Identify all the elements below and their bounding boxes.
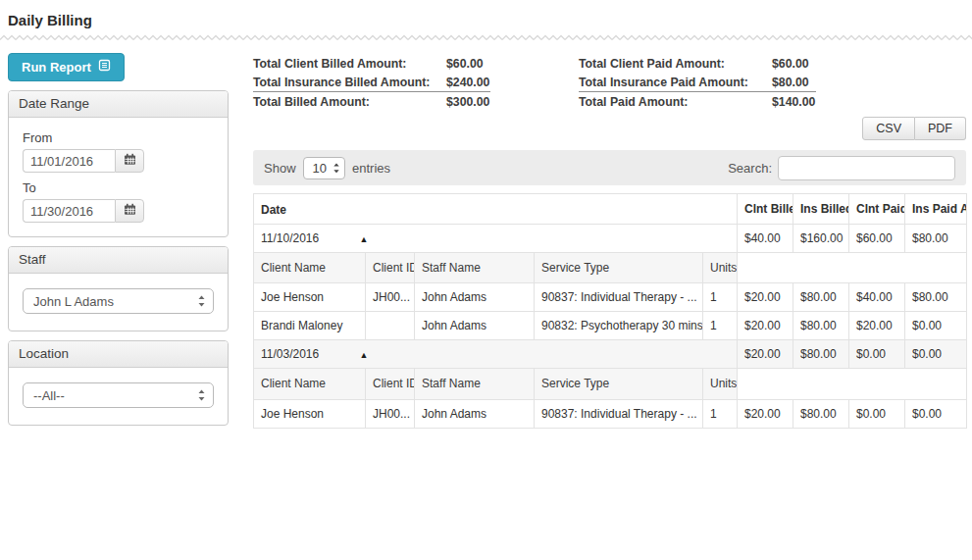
- cell-amount: $80.00: [793, 283, 849, 312]
- from-calendar-button[interactable]: [115, 149, 144, 173]
- summary-label: Total Client Billed Amount:: [253, 55, 446, 73]
- sub-header-row: Client Name Client ID Number Staff Name …: [254, 369, 967, 399]
- summary-value: $140.00: [772, 93, 815, 111]
- group-date: 11/03/2016: [261, 347, 319, 361]
- location-panel: Location --All--: [8, 340, 229, 426]
- staff-select-value: John L Adams: [33, 294, 114, 309]
- summary-value: $240.00: [446, 74, 489, 91]
- cell-client-name: Brandi Maloney: [254, 312, 366, 340]
- group-total-cell: $80.00: [793, 340, 849, 369]
- to-calendar-button[interactable]: [115, 199, 144, 223]
- cell-client-id: JH00...: [366, 283, 415, 312]
- sub-header-client-name: Client Name: [254, 253, 366, 283]
- export-csv-button[interactable]: CSV: [862, 117, 915, 140]
- page-size-value: 10: [313, 161, 327, 176]
- billed-summary-column: Total Client Billed Amount: $60.00 Total…: [253, 54, 490, 111]
- caret-up-icon[interactable]: ▲: [360, 350, 369, 360]
- run-report-button[interactable]: Run Report: [8, 53, 125, 81]
- to-date-input[interactable]: [23, 199, 115, 223]
- cell-client-name: Joe Henson: [254, 283, 366, 312]
- sub-header-units: Units: [703, 369, 738, 399]
- page-title: Daily Billing: [8, 12, 972, 28]
- staff-panel-title: Staff: [9, 247, 228, 274]
- calendar-icon: [124, 202, 136, 220]
- search-input[interactable]: [778, 156, 955, 180]
- caret-up-icon[interactable]: ▲: [360, 234, 369, 244]
- report-sidebar: Run Report Date Range From: [8, 41, 229, 426]
- cell-client-id: [366, 312, 415, 340]
- paid-summary-column: Total Client Paid Amount: $60.00 Total I…: [579, 54, 816, 111]
- location-panel-title: Location: [9, 341, 228, 368]
- sub-header-service-type: Service Type: [535, 369, 703, 399]
- sub-header-spacer: [738, 369, 967, 399]
- cell-staff-name: John Adams: [415, 312, 535, 340]
- sub-header-client-id: Client ID Number: [366, 253, 415, 283]
- cell-service-type: 90837: Individual Therapy - ...: [535, 399, 703, 428]
- column-header-clnt-billed[interactable]: Clnt Billed Amount: [738, 194, 793, 225]
- wavy-divider: [0, 34, 972, 41]
- daily-billing-table: Date Clnt Billed Amount Ins Billed Amoun…: [253, 193, 967, 429]
- select-stepper-icon: [333, 163, 339, 174]
- summary-value: $60.00: [446, 55, 484, 73]
- cell-staff-name: John Adams: [415, 399, 535, 428]
- column-header-ins-billed[interactable]: Ins Billed Amount: [793, 194, 849, 225]
- sub-header-staff-name: Staff Name: [415, 369, 535, 399]
- cell-client-name: Joe Henson: [254, 399, 366, 428]
- group-date: 11/10/2016: [261, 231, 319, 245]
- totals-summary: Total Client Billed Amount: $60.00 Total…: [253, 54, 966, 111]
- location-select-value: --All--: [33, 388, 65, 403]
- date-range-panel: Date Range From: [8, 90, 229, 237]
- cell-units: 1: [703, 399, 738, 428]
- cell-amount: $40.00: [849, 283, 905, 312]
- cell-amount: $0.00: [849, 399, 905, 428]
- report-main: Total Client Billed Amount: $60.00 Total…: [253, 41, 966, 429]
- page-header: Daily Billing: [0, 0, 972, 34]
- cell-staff-name: John Adams: [415, 283, 535, 312]
- select-stepper-icon: [198, 295, 205, 307]
- cell-amount: $20.00: [738, 312, 793, 340]
- group-total-cell: $0.00: [849, 340, 905, 369]
- search-label: Search:: [728, 161, 772, 176]
- cell-service-type: 90837: Individual Therapy - ...: [535, 283, 703, 312]
- cell-amount: $0.00: [905, 312, 967, 340]
- from-date-input[interactable]: [23, 149, 115, 173]
- group-row-date[interactable]: 11/03/2016 ▲ $20.00 $80.00 $0.00 $0.00: [254, 340, 967, 369]
- from-label: From: [23, 130, 214, 145]
- export-buttons: CSV PDF: [253, 117, 966, 140]
- cell-amount: $80.00: [793, 312, 849, 340]
- staff-select[interactable]: John L Adams: [23, 288, 214, 314]
- location-select[interactable]: --All--: [23, 382, 214, 408]
- summary-label: Total Insurance Billed Amount:: [253, 74, 446, 91]
- report-icon: [98, 59, 111, 75]
- group-total-cell: $40.00: [738, 225, 793, 253]
- export-pdf-button[interactable]: PDF: [915, 117, 966, 140]
- staff-panel: Staff John L Adams: [8, 246, 229, 331]
- group-row-date[interactable]: 11/10/2016 ▲ $40.00 $160.00 $60.00 $80.0…: [254, 225, 967, 253]
- sub-header-units: Units: [703, 253, 738, 283]
- run-report-label: Run Report: [22, 60, 91, 75]
- to-label: To: [23, 180, 214, 195]
- cell-units: 1: [703, 312, 738, 340]
- sub-header-service-type: Service Type: [535, 253, 703, 283]
- summary-value: $300.00: [446, 93, 489, 111]
- cell-amount: $20.00: [738, 399, 793, 428]
- page-size-select[interactable]: 10: [303, 157, 345, 179]
- show-label: Show: [264, 161, 296, 176]
- column-header-date[interactable]: Date: [254, 194, 738, 225]
- sub-header-staff-name: Staff Name: [415, 253, 535, 283]
- summary-label: Total Insurance Paid Amount:: [579, 74, 772, 91]
- group-total-cell: $160.00: [793, 225, 849, 253]
- cell-amount: $20.00: [738, 283, 793, 312]
- column-header-clnt-paid[interactable]: Clnt Paid Amount: [849, 194, 905, 225]
- cell-amount: $20.00: [849, 312, 905, 340]
- sub-header-row: Client Name Client ID Number Staff Name …: [254, 253, 967, 283]
- group-total-cell: $60.00: [849, 225, 905, 253]
- column-header-ins-paid[interactable]: Ins Paid Amount: [905, 194, 967, 225]
- summary-label: Total Billed Amount:: [253, 93, 446, 111]
- cell-amount: $0.00: [905, 399, 967, 428]
- summary-value: $80.00: [772, 74, 809, 91]
- group-total-cell: $80.00: [905, 225, 967, 253]
- table-row: Brandi Maloney John Adams 90832: Psychot…: [254, 312, 967, 340]
- summary-label: Total Client Paid Amount:: [579, 55, 772, 73]
- sub-header-client-name: Client Name: [254, 369, 366, 399]
